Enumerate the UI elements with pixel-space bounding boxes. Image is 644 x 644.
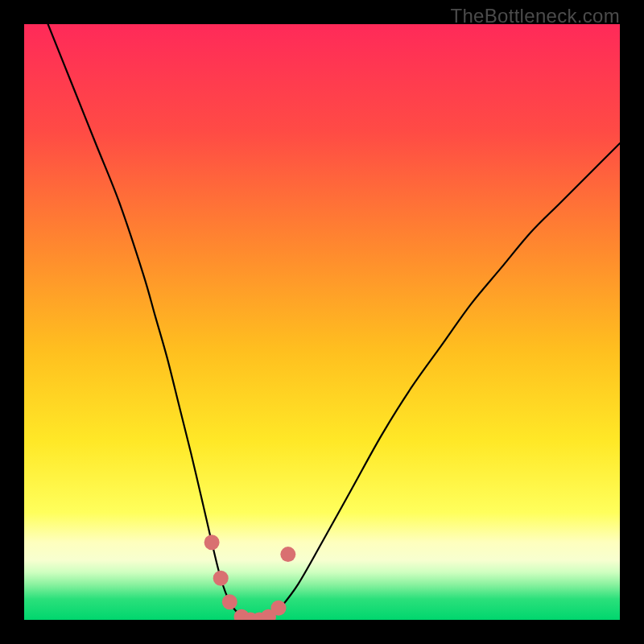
curve-right-curve (268, 143, 620, 620)
chart-frame: TheBottleneck.com (0, 0, 644, 644)
data-point (213, 571, 229, 586)
plot-area (24, 24, 620, 620)
chart-lines (24, 24, 620, 620)
data-point (280, 547, 295, 562)
watermark-text: TheBottleneck.com (450, 5, 620, 27)
data-point (204, 535, 220, 550)
data-point (270, 601, 286, 616)
data-point (222, 594, 237, 609)
curve-left-curve (48, 24, 248, 620)
